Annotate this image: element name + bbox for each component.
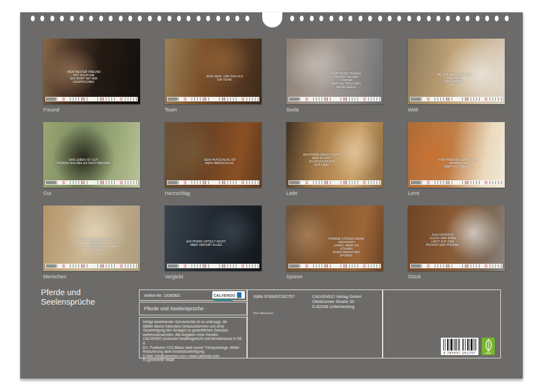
binding-hole: [359, 16, 362, 21]
isbn-publisher-box: ISBN 9783457262757 CALVENDO Verlag GmbH …: [247, 290, 383, 358]
binding-hole: [245, 16, 249, 21]
month-card: VON PFERDEN LERNT MAN AM MEISTEN ÜBER SI…: [408, 122, 505, 197]
barcode-box: 9 783457 262757 eco: [383, 290, 501, 358]
binding-hole: [109, 16, 113, 21]
calendar-date-strip: [410, 97, 503, 101]
photo-quote: MEIN BESTER FREUND HAT NOCH NIE EIN WORT…: [67, 70, 101, 83]
barcode-bars: [443, 339, 476, 351]
binding-hole: [300, 16, 304, 21]
binding-hole: [456, 16, 460, 21]
binding-hole: [206, 16, 210, 21]
binding-hole: [329, 16, 333, 21]
month-label: Lernt: [408, 190, 505, 197]
month-card: DAS GRÖSSTE GLÜCK DER ERDE LIEGT AUF DEM…: [408, 206, 505, 280]
photo-quote: VON PFERDEN LERNT MAN AM MEISTEN ÜBER SI…: [439, 158, 478, 168]
barcode-digits: 9 783457 262757: [441, 351, 478, 354]
binding-hole: [187, 16, 190, 21]
calendar-back-scan: MEIN BESTER FREUND HAT NOCH NIE EIN WORT…: [0, 0, 544, 392]
month-grid: MEIN BESTER FREUND HAT NOCH NIE EIN WORT…: [43, 39, 505, 280]
calendar-date-strip: [167, 97, 259, 101]
binding-hole: [99, 16, 103, 21]
calvendo-logo-text: CALVENDO: [213, 289, 235, 301]
eco-label: eco: [486, 351, 491, 354]
month-photo: EIN PFERD FRAGT NICHT, WER DU BIST, ES D…: [286, 122, 383, 188]
binding-hole: [80, 16, 83, 21]
month-label: Glück: [408, 273, 505, 280]
binding-hole: [485, 16, 489, 21]
binding-hole: [197, 16, 201, 21]
calendar-date-strip: [289, 264, 381, 268]
photo-quote: BEI DIR VERGESSE ICH DEN REST DER GANZEN…: [438, 73, 472, 86]
month-photo: DAS GRÖSSTE GLÜCK DER ERDE LIEGT AUF DEM…: [408, 206, 505, 271]
binding-hole: [476, 16, 480, 21]
binding-hole: [417, 16, 421, 21]
month-label: Gut: [43, 190, 140, 197]
publisher-info-table: Artikel-Nr. 1936563 CALVENDO Pferde und …: [139, 290, 501, 358]
binding-hole: [40, 16, 44, 21]
calendar-date-strip: [45, 180, 138, 185]
calendar-date-strip: [410, 180, 503, 185]
calendar-title: Pferde und Seelensprüche: [144, 306, 204, 311]
month-card: MEIN BESTER FREUND HAT NOCH NIE EIN WORT…: [43, 39, 140, 113]
binding-hole: [177, 16, 181, 21]
binding-hole: [505, 16, 509, 21]
month-photo: EINS SEIN, UND DAS ALS EIN TEAM.: [165, 39, 262, 104]
month-photo: MEIN BESTER FREUND HAT NOCH NIE EIN WORT…: [43, 39, 140, 104]
calendar-date-strip: [410, 264, 503, 268]
month-label: Herzschlag: [165, 190, 262, 197]
binding-hole: [128, 16, 132, 21]
calvendo-logo: CALVENDO: [212, 291, 245, 298]
article-number-box: Artikel-Nr. 1936563 CALVENDO: [139, 290, 247, 301]
binding-hole: [89, 16, 93, 21]
month-card: JE MEHR MENSCHEN ICH TREFFE, DESTO MEHR …: [43, 206, 140, 280]
photo-quote: DAS GRÖSSTE GLÜCK DER ERDE LIEGT AUF DEM…: [426, 233, 459, 246]
binding-hole: [148, 16, 152, 21]
month-photo: VON PFERDEN LERNT MAN AM MEISTEN ÜBER SI…: [408, 122, 505, 188]
month-label: Welt: [408, 106, 505, 113]
binding-hole: [138, 16, 142, 21]
month-photo: DEIN HUFSCHLAG IST MEIN HERZSCHLAG.: [165, 122, 262, 188]
page-title-line1: Pferde und: [41, 288, 95, 297]
month-card: PFERDE KÖNNEN KEINE GEDANKEN LESEN, ABER…: [286, 206, 383, 280]
month-card: EIN PFERD FRAGT NICHT, WER DU BIST, ES D…: [286, 122, 383, 197]
calendar-date-strip: [167, 264, 259, 268]
binding-hole: [168, 16, 171, 21]
month-card: EINS SEIN, UND DAS ALS EIN TEAM. Team: [165, 39, 262, 113]
binding-hole: [466, 16, 469, 21]
month-card: BEI DIR VERGESSE ICH DEN REST DER GANZEN…: [408, 39, 505, 113]
publisher-address: CALVENDO Verlag GmbH Ottobrunner Straße …: [312, 294, 361, 309]
calendar-date-strip: [289, 180, 381, 185]
binding-hole: [157, 16, 161, 21]
calendar-date-strip: [45, 264, 138, 268]
month-photo: BEI DIR VERGESSE ICH DEN REST DER GANZEN…: [408, 39, 505, 104]
calendar-date-strip: [167, 180, 259, 185]
month-label: Liebt: [286, 190, 383, 197]
photo-quote: PFERDE KÖNNEN KEINE GEDANKEN LESEN, ABER…: [328, 237, 365, 257]
photo-quote: EIN PFERD URTEILT NICHT, ABER VERGIBT AL…: [187, 240, 226, 246]
month-label: Team: [165, 106, 262, 113]
page-title-line2: Seelensprüche: [41, 297, 95, 307]
binding-hole: [436, 16, 440, 21]
month-label: Seele: [286, 106, 383, 113]
binding-hole: [310, 16, 314, 21]
binding-hole: [368, 16, 372, 21]
month-photo: NUR DEINE TRÄNEN KENNEN DEINEN KÖRPER, W…: [286, 39, 383, 104]
month-label: Freund: [43, 106, 140, 113]
month-card: DAS LEBEN IST GUT, PFERDE MACHEN ES NOCH…: [43, 122, 140, 197]
month-card: DEIN HUFSCHLAG IST MEIN HERZSCHLAG. Herz…: [165, 122, 262, 197]
binding-hole: [339, 16, 343, 21]
binding-hole: [378, 16, 382, 21]
binding-hole: [348, 16, 352, 21]
binding-hole: [397, 16, 401, 21]
binding-hole: [235, 16, 239, 21]
binding-hole: [319, 16, 323, 21]
month-photo: JE MEHR MENSCHEN ICH TREFFE, DESTO MEHR …: [43, 206, 140, 271]
calvendo-logo-tagline: [213, 300, 233, 301]
month-label: Vergiebt: [165, 273, 262, 280]
binding-hole: [226, 16, 230, 21]
ean-barcode: 9 783457 262757: [441, 338, 478, 355]
binding-hole: [407, 16, 411, 21]
photo-quote: DAS LEBEN IST GUT, PFERDE MACHEN ES NOCH…: [57, 158, 110, 165]
month-photo: PFERDE KÖNNEN KEINE GEDANKEN LESEN, ABER…: [286, 206, 383, 271]
calendar-date-strip: [45, 97, 138, 101]
